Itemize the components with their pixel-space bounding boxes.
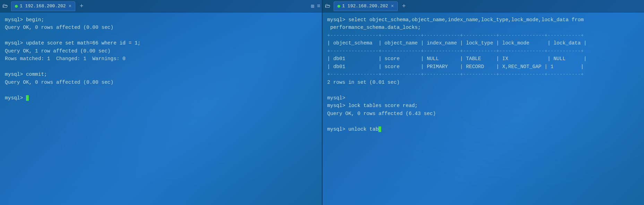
left-tab-label: 1 192.168.200.202 — [20, 3, 66, 9]
left-line-8: mysql> commit; — [5, 72, 47, 77]
left-terminal-pane: 🗁 1 192.168.200.202 × + ⊞ ≡ mysql> begin… — [0, 0, 323, 205]
right-folder-icon: 🗁 — [324, 2, 332, 10]
left-terminal-content[interactable]: mysql> begin; Query OK, 0 rows affected … — [0, 13, 322, 205]
right-tab-dot — [337, 5, 340, 8]
left-prompt: mysql> — [5, 95, 26, 101]
right-divider-1: +----------------+-------------+--------… — [327, 33, 584, 38]
right-lock-cmd: mysql> lock tables score read; — [327, 103, 418, 108]
left-line-6: Rows matched: 1 Changed: 1 Warnings: 0 — [5, 56, 126, 62]
right-tab-label: 1 192.168.200.202 — [342, 3, 388, 9]
right-rowcount: 2 rows in set (0.01 sec) — [327, 80, 400, 85]
right-add-tab-button[interactable]: + — [400, 2, 408, 10]
left-line-2: Query OK, 0 rows affected (0.00 sec) — [5, 25, 113, 30]
left-line-9: Query OK, 0 rows affected (0.00 sec) — [5, 80, 113, 85]
right-lock-result: Query OK, 0 rows affected (6.43 sec) — [327, 111, 436, 116]
right-terminal-pane: 🗁 1 192.168.200.202 × + mysql> select ob… — [323, 0, 644, 205]
grid-icon[interactable]: ⊞ — [311, 3, 314, 10]
right-header: | object_schema | object_name | index_na… — [327, 40, 587, 46]
right-divider-2: +----------------+-------------+--------… — [327, 48, 584, 54]
left-add-tab-button[interactable]: + — [77, 2, 86, 10]
left-folder-icon: 🗁 — [1, 2, 9, 10]
right-line-1: mysql> select object_schema,object_name,… — [327, 17, 584, 30]
left-line-4: mysql> update score set math=66 where id… — [5, 40, 141, 46]
right-data-1: | db01 | score | NULL | TABLE | IX | NUL… — [327, 56, 587, 62]
right-data-2: | db01 | score | PRIMARY | RECORD | X,RE… — [327, 64, 584, 69]
left-tab-dot — [15, 5, 18, 8]
left-tab-right-icons: ⊞ ≡ — [311, 3, 320, 10]
left-tab-1[interactable]: 1 192.168.200.202 × — [11, 1, 75, 11]
left-line-5: Query OK, 1 row affected (0.00 sec) — [5, 48, 111, 54]
left-tab-bar: 🗁 1 192.168.200.202 × + ⊞ ≡ — [0, 0, 322, 13]
right-tab-close[interactable]: × — [391, 3, 394, 9]
main-container: 🗁 1 192.168.200.202 × + ⊞ ≡ mysql> begin… — [0, 0, 644, 205]
right-tab-1[interactable]: 1 192.168.200.202 × — [334, 1, 398, 11]
right-tab-bar: 🗁 1 192.168.200.202 × + — [323, 0, 644, 13]
left-cursor — [26, 95, 29, 101]
right-mysql-bare: mysql> — [327, 95, 345, 101]
right-prompt: mysql> unlock tab — [327, 126, 379, 132]
left-line-1: mysql> begin; — [5, 17, 44, 23]
left-tab-close[interactable]: × — [69, 3, 71, 9]
menu-icon[interactable]: ≡ — [317, 3, 320, 9]
right-divider-3: +----------------+-------------+--------… — [327, 72, 584, 77]
right-cursor — [378, 126, 381, 132]
right-terminal-content[interactable]: mysql> select object_schema,object_name,… — [323, 13, 644, 205]
